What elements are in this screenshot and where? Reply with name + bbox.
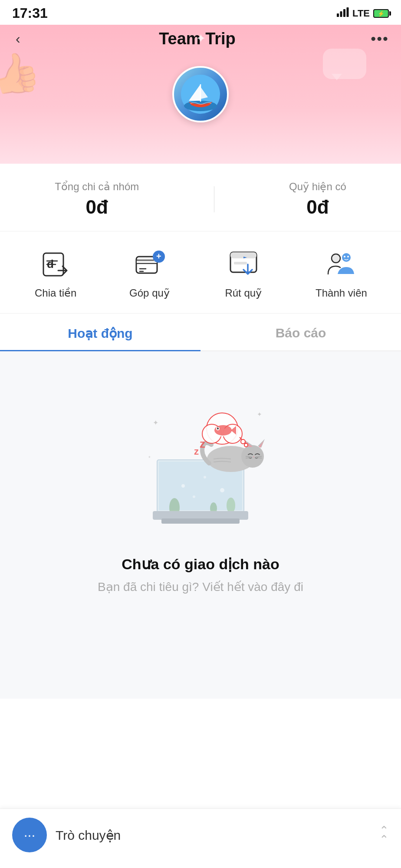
action-gop-quy[interactable]: + Góp quỹ xyxy=(128,247,171,299)
chat-icon: ··· xyxy=(24,827,36,843)
tabs-section: Hoạt động Báo cáo xyxy=(0,314,401,351)
svg-rect-1 xyxy=(340,11,342,17)
thanh-vien-icon-wrap xyxy=(324,247,358,282)
rut-quy-label: Rút quỹ xyxy=(225,287,262,299)
svg-point-32 xyxy=(220,488,224,492)
deco-thumbs: 👍 xyxy=(0,47,43,100)
total-spend-label: Tổng chi cả nhóm xyxy=(55,181,139,193)
chat-label: Trò chuyện xyxy=(56,828,371,843)
svg-rect-0 xyxy=(337,13,339,17)
deco-chat xyxy=(323,49,366,79)
svg-text:z: z xyxy=(200,437,205,450)
status-time: 17:31 xyxy=(12,5,48,21)
back-button[interactable]: ‹ xyxy=(12,29,24,49)
rut-quy-icon-wrap xyxy=(226,247,261,282)
svg-point-21 xyxy=(332,254,340,263)
thanh-vien-label: Thành viên xyxy=(316,287,367,299)
svg-text:*: * xyxy=(148,455,151,461)
svg-marker-39 xyxy=(258,439,265,448)
svg-rect-2 xyxy=(343,9,345,17)
svg-text:z: z xyxy=(194,446,199,457)
action-chia-tien[interactable]: đ Chia tiền xyxy=(34,247,77,299)
tab-hoat-dong[interactable]: Hoạt động xyxy=(0,314,200,350)
header: 👍 ✦ ‹ Team Trip ••• xyxy=(0,25,401,164)
bottom-bar: ··· Trò chuyện ⌃ ⌃ xyxy=(0,809,401,868)
empty-title: Chưa có giao dịch nào xyxy=(122,555,279,573)
svg-rect-19 xyxy=(234,262,247,264)
status-bar: 17:31 LTE ⚡ xyxy=(0,0,401,25)
svg-point-23 xyxy=(344,256,345,257)
group-avatar xyxy=(172,66,229,122)
fund-stat: Quỹ hiện có 0đ xyxy=(289,181,346,218)
svg-point-22 xyxy=(342,253,351,262)
svg-point-33 xyxy=(193,495,195,498)
battery-icon: ⚡ xyxy=(373,9,389,18)
total-spend-stat: Tổng chi cả nhóm 0đ xyxy=(55,181,139,218)
empty-state: z z ✦ ✦ * Chưa có giao dịch nào Bạn đã c… xyxy=(0,351,401,699)
svg-text:+: + xyxy=(156,251,161,261)
svg-point-57 xyxy=(241,439,245,444)
chia-tien-icon-wrap: đ xyxy=(38,247,73,282)
stats-section: Tổng chi cả nhóm 0đ Quỹ hiện có 0đ xyxy=(0,163,401,231)
empty-subtitle: Bạn đã chi tiêu gì? Viết hết vào đây đi xyxy=(98,580,303,594)
deco-sparkle: ✦ xyxy=(196,31,206,46)
svg-point-51 xyxy=(214,425,232,436)
fund-label: Quỹ hiện có xyxy=(289,181,346,193)
empty-illustration: z z ✦ ✦ * xyxy=(127,386,274,534)
action-thanh-vien[interactable]: Thành viên xyxy=(316,247,367,299)
svg-text:✦: ✦ xyxy=(153,419,158,426)
svg-point-30 xyxy=(181,484,185,488)
signal-icon xyxy=(337,7,349,20)
svg-point-58 xyxy=(244,443,248,447)
chia-tien-label: Chia tiền xyxy=(35,287,76,299)
status-icons: LTE ⚡ xyxy=(337,7,389,20)
fund-value: 0đ xyxy=(289,196,346,218)
gop-quy-label: Góp quỹ xyxy=(129,287,170,299)
scroll-top-button[interactable]: ⌃ ⌃ xyxy=(379,826,389,844)
svg-rect-35 xyxy=(161,518,240,524)
svg-rect-3 xyxy=(347,7,349,17)
more-button[interactable]: ••• xyxy=(371,30,389,47)
actions-section: đ Chia tiền + Góp quỹ xyxy=(0,231,401,314)
chat-button[interactable]: ··· xyxy=(12,818,47,852)
svg-point-54 xyxy=(217,428,219,429)
stats-divider xyxy=(214,186,214,212)
gop-quy-icon-wrap: + xyxy=(132,247,167,282)
svg-point-28 xyxy=(227,498,235,513)
svg-point-31 xyxy=(204,476,206,479)
action-rut-quy[interactable]: Rút quỹ xyxy=(222,247,265,299)
svg-text:✦: ✦ xyxy=(257,411,262,418)
lte-label: LTE xyxy=(352,8,370,19)
svg-point-24 xyxy=(347,256,349,257)
total-spend-value: 0đ xyxy=(55,196,139,218)
svg-rect-12 xyxy=(136,260,157,264)
tab-bao-cao[interactable]: Báo cáo xyxy=(200,314,401,350)
